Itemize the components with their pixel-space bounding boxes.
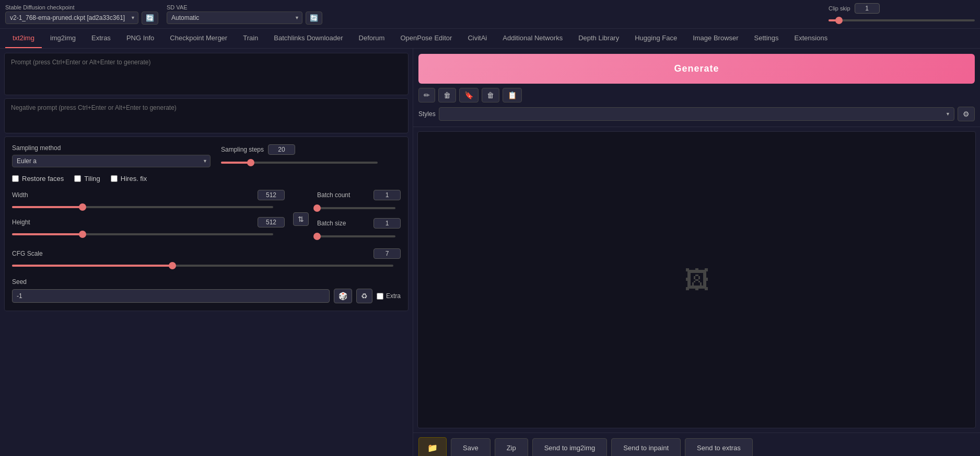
seed-dice-btn[interactable]: 🎲 (334, 289, 352, 303)
cfg-label-row: CFG Scale (12, 248, 401, 259)
sampling-steps-thumb[interactable] (247, 159, 254, 166)
tab-additional-networks[interactable]: Additional Networks (495, 29, 570, 48)
paste-btn[interactable]: 📋 (503, 88, 522, 102)
hires-fix-input[interactable] (111, 175, 118, 182)
send-extras-btn[interactable]: Send to extras (685, 438, 753, 456)
tiling-checkbox[interactable]: Tiling (74, 175, 100, 183)
delete-style-btn[interactable]: 🗑 (482, 88, 499, 102)
dim-right: Batch count Batch siz (317, 190, 401, 241)
height-input[interactable] (258, 217, 285, 227)
vae-refresh-btn[interactable]: 🔄 (306, 12, 322, 25)
width-slider[interactable] (12, 202, 285, 212)
bookmark-btn[interactable]: 🔖 (459, 88, 479, 102)
tab-civitai[interactable]: CivitAi (460, 29, 494, 48)
restore-faces-input[interactable] (12, 175, 19, 182)
styles-select-wrap[interactable] (439, 107, 954, 121)
sampling-steps-track (221, 162, 378, 164)
positive-prompt-input[interactable] (5, 53, 408, 93)
cfg-scale-input[interactable] (374, 248, 401, 259)
extra-seed-input[interactable] (377, 293, 383, 300)
tab-depth-library[interactable]: Depth Library (571, 29, 626, 48)
height-group: Height (12, 217, 285, 239)
height-label: Height (12, 219, 30, 226)
vae-select-wrap[interactable]: Automatic (167, 12, 302, 24)
restore-faces-checkbox[interactable]: Restore faces (12, 175, 64, 183)
checkpoint-select-wrap[interactable]: v2-1_768-ema-pruned.ckpt [ad2a33c361] (5, 12, 138, 24)
tab-img2img[interactable]: img2img (43, 29, 83, 48)
width-track (12, 206, 273, 208)
action-icons-row: ✏ 🗑 🔖 🗑 📋 (418, 88, 975, 102)
styles-settings-btn[interactable]: ⚙ (958, 107, 975, 121)
hires-fix-checkbox[interactable]: Hires. fix (111, 175, 147, 183)
batch-size-input[interactable] (374, 218, 401, 229)
positive-prompt-area (4, 53, 409, 95)
cfg-scale-slider[interactable] (12, 261, 401, 270)
seed-recycle-btn[interactable]: ♻ (356, 289, 372, 303)
clip-skip-input[interactable]: 1 (855, 3, 880, 14)
batch-count-thumb[interactable] (313, 204, 321, 212)
height-label-row: Height (12, 217, 285, 227)
nav-tabs: txt2img img2img Extras PNG Info Checkpoi… (0, 29, 980, 49)
batch-size-label-row: Batch size (317, 218, 401, 229)
tab-image-browser[interactable]: Image Browser (685, 29, 745, 48)
batch-count-input[interactable] (374, 190, 401, 200)
pencil-btn[interactable]: ✏ (418, 88, 435, 102)
sampling-steps-slider[interactable] (221, 158, 401, 167)
height-slider[interactable] (12, 230, 285, 239)
sampling-row: Sampling method Euler a Sampling steps (12, 144, 401, 167)
sampling-method-select-wrap[interactable]: Euler a (12, 155, 211, 167)
tab-openpose[interactable]: OpenPose Editor (393, 29, 459, 48)
sampling-steps-input[interactable] (268, 144, 295, 155)
send-img2img-btn[interactable]: Send to img2img (532, 438, 608, 456)
tab-batchlinks[interactable]: Batchlinks Downloader (266, 29, 350, 48)
tab-hugging-face[interactable]: Hugging Face (627, 29, 684, 48)
width-input[interactable] (258, 190, 285, 200)
right-top: Generate ✏ 🗑 🔖 🗑 📋 Styles ⚙ (413, 49, 980, 127)
checkpoint-label: Stable Diffusion checkpoint (5, 4, 158, 10)
tab-extras[interactable]: Extras (84, 29, 118, 48)
styles-select[interactable] (439, 107, 954, 121)
batch-size-thumb[interactable] (313, 233, 321, 240)
batch-size-slider[interactable] (317, 232, 401, 241)
batch-size-label: Batch size (317, 220, 346, 227)
vae-label: SD VAE (167, 4, 322, 10)
tab-txt2img[interactable]: txt2img (5, 29, 42, 48)
tiling-input[interactable] (74, 175, 81, 182)
tab-train[interactable]: Train (236, 29, 265, 48)
dim-left: Width Height (12, 190, 285, 239)
seed-label: Seed (12, 278, 27, 286)
height-thumb[interactable] (79, 231, 86, 238)
negative-prompt-input[interactable] (5, 99, 408, 131)
seed-input[interactable] (12, 289, 330, 303)
extra-seed-checkbox[interactable]: Extra (377, 292, 401, 300)
checkpoint-refresh-btn[interactable]: 🔄 (142, 12, 158, 25)
vae-select[interactable]: Automatic (167, 12, 302, 24)
styles-row: Styles ⚙ (418, 107, 975, 121)
checkpoint-select[interactable]: v2-1_768-ema-pruned.ckpt [ad2a33c361] (5, 12, 138, 24)
generate-button[interactable]: Generate (418, 54, 975, 84)
width-thumb[interactable] (79, 203, 86, 211)
checkboxes-row: Restore faces Tiling Hires. fix (12, 175, 401, 183)
clip-skip-thumb[interactable] (835, 17, 843, 24)
send-inpaint-btn[interactable]: Send to inpaint (611, 438, 681, 456)
clip-skip-top: Clip skip 1 (829, 3, 975, 14)
batch-count-slider[interactable] (317, 203, 401, 213)
save-btn[interactable]: Save (451, 438, 491, 456)
swap-dimensions-btn[interactable]: ⇅ (293, 212, 309, 226)
tab-checkpoint-merger[interactable]: Checkpoint Merger (162, 29, 235, 48)
folder-btn[interactable]: 📁 (418, 437, 447, 456)
bottom-bar: 📁 Save Zip Send to img2img Send to inpai… (413, 432, 980, 456)
zip-btn[interactable]: Zip (495, 438, 528, 456)
width-group: Width (12, 190, 285, 212)
tab-settings[interactable]: Settings (747, 29, 786, 48)
trash-btn[interactable]: 🗑 (438, 88, 456, 102)
sampling-method-select[interactable]: Euler a (12, 155, 211, 167)
tab-png-info[interactable]: PNG Info (119, 29, 161, 48)
batch-count-label-row: Batch count (317, 190, 401, 200)
clip-skip-slider[interactable] (829, 16, 975, 25)
tab-deforum[interactable]: Deforum (352, 29, 392, 48)
height-track (12, 233, 273, 235)
cfg-scale-thumb[interactable] (169, 262, 176, 269)
tab-extensions[interactable]: Extensions (787, 29, 835, 48)
hires-fix-label: Hires. fix (121, 175, 147, 183)
